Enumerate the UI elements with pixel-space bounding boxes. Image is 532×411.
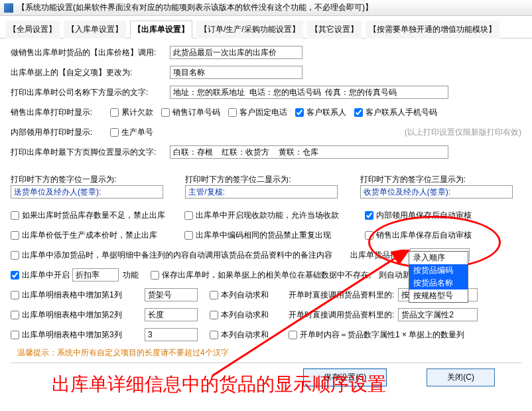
chk-col2-autosum-label: 本列自动求和 xyxy=(221,309,269,321)
tab-strip: 【全局设置】 【入库单设置】 【出库单设置】 【订单/生产/采购功能设置】 【其… xyxy=(0,16,532,39)
tab-inbound[interactable]: 【入库单设置】 xyxy=(64,21,126,39)
sign3-label: 打印时下方的签字位三显示为: xyxy=(360,174,521,185)
chk-no-stock-forbid-label: 如果出库时货品库存数量不足，禁止出库 xyxy=(22,210,165,221)
print-note: (以上打印设置仅限新版打印有效) xyxy=(405,127,521,138)
chk-dup-code-forbid[interactable]: 出库单中编码相同的货品禁止重复出现 xyxy=(184,230,357,241)
warm-tip: 温馨提示：系统中所有自定义项目的长度请不要超过4个汉字 xyxy=(17,347,521,359)
extra-col1-select[interactable] xyxy=(145,288,198,301)
item-sort-dropdown[interactable]: 录入顺序 按货品编码 按货品名称 按规格型号 xyxy=(409,251,468,303)
chk-accum-debt[interactable]: 累计欠款 xyxy=(110,107,153,118)
sign1-label: 打印时下方的签字位一显示为: xyxy=(11,174,172,185)
chk-cust-phone[interactable]: 客户固定电话 xyxy=(228,107,287,118)
chk-order-no-label: 销售订单号码 xyxy=(172,107,220,118)
price-source-select[interactable] xyxy=(170,46,302,59)
chk-col2-autosum[interactable]: 本列自动求和 xyxy=(210,309,269,321)
sort-opt-entry[interactable]: 录入顺序 xyxy=(409,252,468,264)
chk-prod-no[interactable]: 生产单号 xyxy=(110,127,153,138)
price-source-label: 做销售出库单时货品的【出库价格】调用: xyxy=(11,47,170,58)
extra-col2-select[interactable] xyxy=(145,308,198,321)
title-bar: 【系统功能设置(如果软件界面没有对应的功能项则表示该版本的软件没有这个功能，不必… xyxy=(0,0,532,16)
company-footer-input[interactable] xyxy=(170,86,448,99)
chk-cust-mobile-label: 客户联系人手机号码 xyxy=(366,107,437,118)
tab-content: 做销售出库单时货品的【出库价格】调用: 出库单据上的【自定义项】更改为: 打印出… xyxy=(0,39,532,393)
tab-global[interactable]: 【全局设置】 xyxy=(5,21,60,39)
sales-print-label: 销售出库单打印时显示: xyxy=(11,107,110,118)
sort-opt-spec[interactable]: 按规格型号 xyxy=(409,289,468,302)
annotation-text: 出库单详细信息中的货品的显示顺序设置 xyxy=(52,372,386,397)
chk-below-cost-forbid[interactable]: 出库单价低于生产成本价时，禁止出库 xyxy=(11,230,176,241)
custom-field-select[interactable] xyxy=(170,66,302,79)
tab-outbound[interactable]: 【出库单设置】 xyxy=(130,21,192,39)
chk-dup-code-forbid-label: 出库单中编码相同的货品禁止重复出现 xyxy=(196,230,331,241)
chk-col3-formula[interactable]: 开单时内容＝货品数字属性1 × 单据上的数量列 xyxy=(289,329,464,341)
app-icon xyxy=(4,3,13,13)
window-title: 【系统功能设置(如果软件界面没有对应的功能项则表示该版本的软件没有这个功能，不必… xyxy=(17,2,373,13)
chk-cash-collect[interactable]: 出库单中开启现收款功能，允许当场收款 xyxy=(184,210,357,221)
chk-col3-autosum-label: 本列自动求和 xyxy=(221,329,269,341)
chk-copy-remark[interactable]: 出库单中添加货品时，单据明细中备注列的内容自动调用该货品在货品资料中的备注内容 xyxy=(11,250,342,261)
sign3-input[interactable] xyxy=(360,185,513,199)
footer-text-input[interactable] xyxy=(170,145,448,159)
chk-enable-discount[interactable]: 出库单中开启 xyxy=(11,270,70,281)
item-sort-label: 出库单货品排序 xyxy=(350,250,406,261)
chk-sales-autoapprove-label: 销售出库单保存后自动审核 xyxy=(376,230,472,241)
internal-print-label: 内部领用单打印时显示: xyxy=(11,127,110,138)
chk-auto-add-base[interactable]: 保存出库单时，如果单据上的相关单位在基础数据中不存在, xyxy=(151,270,371,281)
tab-other[interactable]: 【其它设置】 xyxy=(307,21,362,39)
footer-text-label: 打印出库单时最下方页脚位置显示的文字: xyxy=(11,147,170,158)
col2-source-select[interactable] xyxy=(398,308,478,321)
extra-col3-select[interactable] xyxy=(145,328,198,341)
chk-order-no[interactable]: 销售订单号码 xyxy=(161,107,220,118)
chk-enable-discount-label: 出库单中开启 xyxy=(22,270,70,281)
chk-cust-contact[interactable]: 客户联系人 xyxy=(295,107,346,118)
chk-no-stock-forbid[interactable]: 如果出库时货品库存数量不足，禁止出库 xyxy=(11,210,176,221)
chk-cust-phone-label: 客户固定电话 xyxy=(239,107,287,118)
sign2-label: 打印时下方的签字位二显示为: xyxy=(185,174,346,185)
discount-type-select[interactable] xyxy=(72,268,119,282)
chk-sales-autoapprove[interactable]: 销售出库单保存后自动审核 xyxy=(365,230,472,241)
chk-cust-mobile[interactable]: 客户联系人手机号码 xyxy=(354,107,437,118)
chk-col1-autosum-label: 本列自动求和 xyxy=(221,289,269,301)
col2-source-label: 开单时直接调用货品资料里的: xyxy=(289,309,394,321)
chk-prod-no-label: 生产单号 xyxy=(121,127,153,138)
chk-extra-col2[interactable]: 出库单明细表格中增加第2列 xyxy=(11,309,137,321)
company-footer-label: 打印出库单时公司名称下方显示的文字: xyxy=(11,87,170,98)
chk-cash-collect-label: 出库单中开启现收款功能，允许当场收款 xyxy=(196,210,339,221)
close-button[interactable]: 关闭(C) xyxy=(427,369,495,386)
chk-accum-debt-label: 累计欠款 xyxy=(121,107,153,118)
chk-below-cost-forbid-label: 出库单价低于生产成本价时，禁止出库 xyxy=(22,230,157,241)
custom-field-label: 出库单据上的【自定义项】更改为: xyxy=(11,67,170,78)
chk-col3-formula-label: 开单时内容＝货品数字属性1 × 单据上的数量列 xyxy=(300,329,464,341)
tab-addon[interactable]: 【按需要单独开通的增值功能模块】 xyxy=(366,21,499,39)
col1-source-label: 开单时直接调用货品资料里的: xyxy=(289,289,394,301)
chk-auto-add-base-label: 保存出库单时，如果单据上的相关单位在基础数据中不存在, xyxy=(162,270,371,281)
discount-suffix: 功能 xyxy=(123,270,139,281)
chk-extra-col3[interactable]: 出库单明细表格中增加第3列 xyxy=(11,329,137,341)
chk-internal-autoapprove[interactable]: 内部领用单保存后自动审核 xyxy=(365,210,472,221)
chk-cust-contact-label: 客户联系人 xyxy=(306,107,346,118)
chk-col3-autosum[interactable]: 本列自动求和 xyxy=(210,329,269,341)
chk-extra-col2-label: 出库单明细表格中增加第2列 xyxy=(22,309,122,321)
tab-order-prod[interactable]: 【订单/生产/采购功能设置】 xyxy=(196,21,303,39)
chk-internal-autoapprove-label: 内部领用单保存后自动审核 xyxy=(376,210,472,221)
sort-opt-code[interactable]: 按货品编码 xyxy=(409,264,468,277)
chk-extra-col3-label: 出库单明细表格中增加第3列 xyxy=(22,329,122,341)
sign1-input[interactable] xyxy=(11,185,163,199)
chk-extra-col1[interactable]: 出库单明细表格中增加第1列 xyxy=(11,289,137,301)
chk-col1-autosum[interactable]: 本列自动求和 xyxy=(210,289,269,301)
sign2-input[interactable] xyxy=(185,185,338,199)
chk-extra-col1-label: 出库单明细表格中增加第1列 xyxy=(22,289,122,301)
chk-copy-remark-label: 出库单中添加货品时，单据明细中备注列的内容自动调用该货品在货品资料中的备注内容 xyxy=(22,250,332,261)
sort-opt-name[interactable]: 按货品名称 xyxy=(409,277,468,289)
